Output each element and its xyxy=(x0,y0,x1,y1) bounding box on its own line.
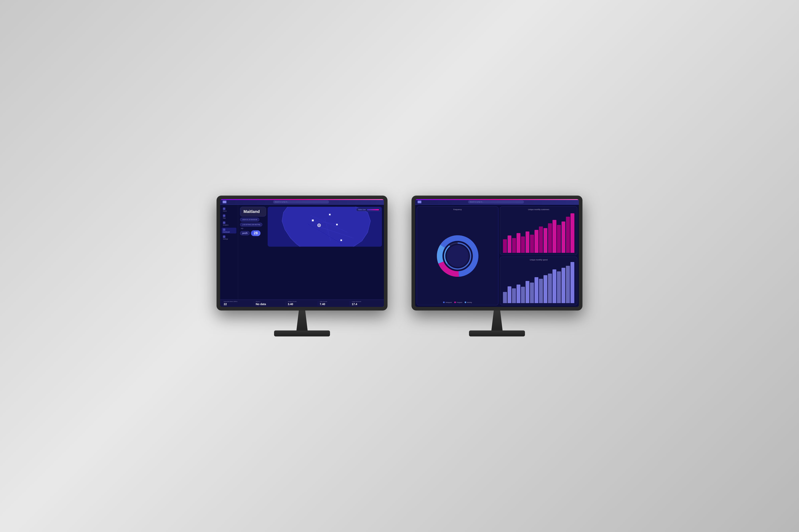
bar-s8 xyxy=(534,277,539,303)
svg-rect-8 xyxy=(336,224,338,225)
svg-rect-7 xyxy=(329,214,330,215)
sidebar-item-analytics[interactable]: Analytics xyxy=(222,221,236,227)
map-svg xyxy=(268,207,382,247)
bar-c4 xyxy=(516,233,521,253)
station-bar-label: Station Data xyxy=(358,209,366,210)
legend-frequent: Frequent xyxy=(454,302,462,303)
bar-s6 xyxy=(526,281,529,303)
legend-label-monthly: Monthly xyxy=(467,302,472,303)
donut-svg xyxy=(434,232,482,280)
map-icon xyxy=(223,214,225,217)
bar-c5 xyxy=(521,236,525,253)
left-screen-content: Search or jump to... Home xyxy=(220,199,384,307)
bar-s11 xyxy=(548,273,552,303)
bar-s2 xyxy=(508,286,512,303)
metric-ozone-label: Ozone 1 xyxy=(256,301,284,302)
sidebar-item-home[interactable]: Home xyxy=(222,207,236,212)
bar-s14 xyxy=(562,268,565,303)
metric-so2: Sulfur Dioxide 7.40 xyxy=(318,301,350,306)
bar-chart-spend-area xyxy=(502,262,575,303)
bar-chart-customers: Unique monthly customers xyxy=(500,206,577,255)
scene: Search or jump to... Home xyxy=(0,195,799,337)
metric-ozone: Ozone 1 No data xyxy=(254,301,286,306)
coords-pill: [-33.927546,138.482759] xyxy=(240,223,262,227)
station-area: Maitland 2024-01-15 09:00:00 [-33.927546… xyxy=(240,207,382,247)
legend-monthly: Monthly xyxy=(465,302,472,303)
bar-c14 xyxy=(562,222,565,253)
sidebar-item-dashboard[interactable]: Dashboard xyxy=(222,228,236,233)
legend-label-infrequent: Infrequent xyxy=(446,302,452,303)
sidebar-label-dashboard: Dashboard xyxy=(223,231,230,233)
sidebar-label-analytics: Analytics xyxy=(223,224,229,226)
right-main-content: Frequency xyxy=(415,205,579,307)
right-search-placeholder: Search or jump to... xyxy=(470,201,484,203)
right-stand-neck xyxy=(489,310,505,330)
metric-row: pm25 28 xyxy=(240,230,266,236)
detail-row-datetime: 2024-01-15 09:00:00 xyxy=(240,218,266,222)
map-container: Station Data xyxy=(268,207,382,247)
metric-pm10-label: Particulate Matter (NM10) xyxy=(224,301,252,302)
value-pill: 28 xyxy=(251,230,260,236)
bar-c13 xyxy=(557,225,561,253)
bar-s4 xyxy=(516,285,521,303)
bar-c7 xyxy=(530,235,534,253)
bar-c2 xyxy=(508,235,512,253)
station-name-card: Maitland xyxy=(240,207,266,216)
metric-co-label: Carbon Monoxide xyxy=(352,301,380,302)
bar-chart-spend: Unique monthly spend xyxy=(500,256,577,305)
left-stand-neck xyxy=(294,310,310,330)
search-placeholder: Search or jump to... xyxy=(275,201,289,203)
left-monitor-bezel: Search or jump to... Home xyxy=(217,195,387,310)
metric-ozone-value: No data xyxy=(256,303,284,306)
settings-icon xyxy=(223,235,225,238)
sidebar-item-map[interactable]: Map xyxy=(222,214,236,220)
sidebar-item-settings[interactable]: Settings xyxy=(222,235,236,241)
left-monitor-screen: Search or jump to... Home xyxy=(220,199,384,307)
bar-chart-customers-area xyxy=(502,212,575,253)
bar-c8 xyxy=(534,230,539,253)
search-bar[interactable]: Search or jump to... xyxy=(273,200,329,204)
bar-s10 xyxy=(544,275,547,303)
bar-chart-spend-title: Unique monthly spend xyxy=(502,259,575,261)
top-gradient-bar xyxy=(220,199,384,200)
bar-c16 xyxy=(570,213,575,253)
bar-s15 xyxy=(566,266,570,303)
right-screen-content: Search or jump to... Frequency xyxy=(415,199,579,307)
bar-charts-panel: Unique monthly customers xyxy=(500,206,577,305)
metric-pm10: Particulate Matter (NM10) 22 xyxy=(222,301,254,306)
right-top-gradient xyxy=(415,199,579,200)
right-logo-icon xyxy=(417,201,421,203)
svg-point-16 xyxy=(447,245,469,267)
metric-co-value: 17.4 xyxy=(352,303,380,306)
svg-point-11 xyxy=(319,225,320,226)
station-name: Maitland xyxy=(243,209,263,214)
aqi-label: AQI xyxy=(240,228,266,229)
right-stand-base xyxy=(469,330,525,337)
legend-dot-infrequent xyxy=(443,302,444,303)
bar-chart-customers-title: Unique monthly customers xyxy=(502,209,575,210)
home-icon xyxy=(223,208,225,210)
detail-row-coords: [-33.927546,138.482759] xyxy=(240,223,266,227)
donut-chart-title: Frequency xyxy=(453,209,462,210)
metric-pm10-value: 22 xyxy=(224,303,252,306)
legend-infrequent: Infrequent xyxy=(443,302,452,303)
station-overlay-bar: Station Data xyxy=(356,208,381,211)
sidebar-label-map: Map xyxy=(223,217,226,219)
bar-s3 xyxy=(512,288,516,303)
datetime-pill: 2024-01-15 09:00:00 xyxy=(240,218,259,222)
right-search-bar[interactable]: Search or jump to... xyxy=(468,200,524,204)
bar-s7 xyxy=(530,283,534,303)
station-gradient xyxy=(367,209,379,210)
metric-no2: Nitrogen Dioxide 3.40 xyxy=(286,301,318,306)
bar-c15 xyxy=(566,217,570,253)
donut-legend: Infrequent Frequent Monthly xyxy=(443,302,472,303)
right-top-bar: Search or jump to... xyxy=(415,199,579,205)
legend-label-frequent: Frequent xyxy=(457,302,462,303)
sidebar-label-settings: Settings xyxy=(223,238,228,240)
metric-co: Carbon Monoxide 17.4 xyxy=(350,301,382,306)
bar-s16 xyxy=(570,262,575,303)
svg-rect-9 xyxy=(341,240,342,241)
bar-c10 xyxy=(544,228,547,253)
bar-c6 xyxy=(526,231,529,253)
bar-c12 xyxy=(552,220,557,253)
